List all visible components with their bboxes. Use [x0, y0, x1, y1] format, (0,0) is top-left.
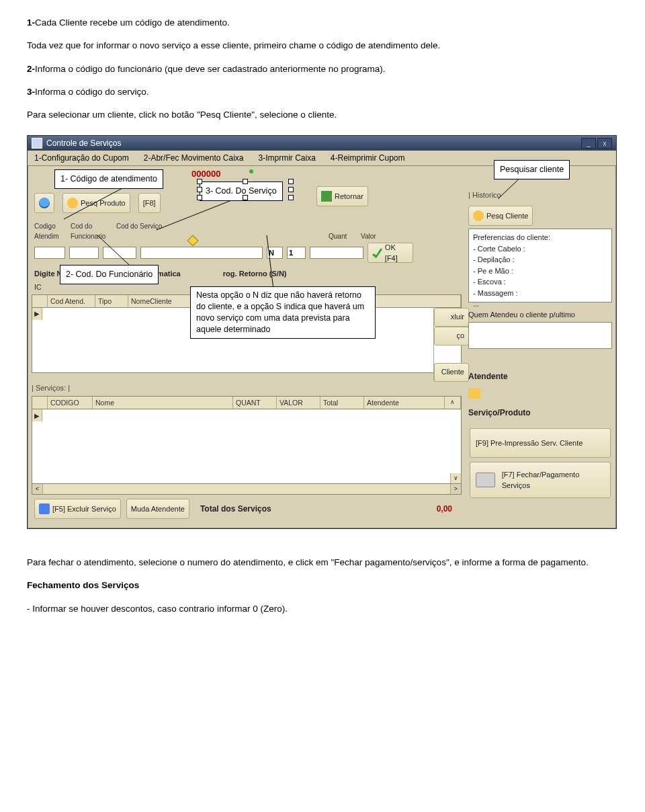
window-title: Controle de Serviços [46, 137, 121, 149]
cod-funcionario-input[interactable] [69, 247, 99, 259]
handle-icon [288, 195, 294, 200]
doc-p4: 3-Informa o código do serviço. [27, 85, 618, 99]
numero-display: 000000 [191, 167, 220, 181]
btn-label: [F9] Pre-Impressão Serv. Cliente [476, 438, 583, 449]
help-button[interactable] [34, 193, 54, 213]
toolbar-label: Retornar [335, 191, 363, 202]
col-label: Funcionario [71, 231, 111, 241]
menu-config[interactable]: 1-Configuração do Cupom [34, 152, 129, 164]
services-section-label: | Serviços: | [32, 382, 462, 394]
pref-item: - Massagem : [473, 288, 607, 299]
handle-icon [197, 179, 202, 184]
left-panel: 000000 Pesq Produto [F8] Retornar Codigo… [28, 166, 466, 528]
total-label: Total dos Serviços [200, 503, 271, 515]
pref-item: - Depilação : [473, 254, 607, 266]
cod-servico-input[interactable] [103, 247, 136, 259]
menu-reimprimir[interactable]: 4-Reimprimir Cupom [331, 152, 405, 164]
col-header: QUANT [233, 397, 277, 409]
col-label: Quant [329, 231, 355, 241]
handle-icon [288, 187, 294, 192]
preferencias-box: Preferencias do cliente: - Corte Cabelo … [468, 229, 612, 302]
btn-label: [F5] Excluir Serviço [52, 503, 116, 515]
search-icon [473, 210, 484, 221]
app-icon [32, 138, 42, 149]
screenshot-window: Controle de Serviços _ x 1-Configuração … [27, 135, 617, 529]
btn-label: Cliente [441, 366, 464, 378]
btn-label: xluir [451, 311, 464, 323]
retorno-sn-input[interactable] [267, 247, 283, 259]
col-label: Atendim [34, 231, 65, 241]
handle-icon [197, 187, 202, 192]
quem-atendeu-label: Quem Atendeu o cliente p/ultimo [468, 309, 612, 321]
servico-side-button[interactable]: ço [434, 327, 469, 346]
pesq-produto-button[interactable]: Pesq Produto [62, 193, 130, 213]
scroll-down-arrow[interactable]: ∨ [450, 473, 461, 483]
pref-item: - Escova : [473, 276, 607, 288]
pre-impressao-button[interactable]: [F9] Pre-Impressão Serv. Cliente [470, 428, 611, 458]
row-marker: ▶ [32, 308, 42, 320]
scroll-left-arrow[interactable]: < [32, 484, 43, 494]
col-header: Tipo [95, 295, 128, 307]
callout-pesq-cliente: Pesquisar cliente [494, 160, 570, 179]
menu-caixa[interactable]: 2-Abr/Fec Movimento Caixa [144, 152, 244, 164]
help-icon [39, 198, 50, 208]
toolbar-label: OK [F4] [385, 242, 408, 264]
retornar-button[interactable]: Retornar [316, 186, 368, 206]
ic-label: IC [34, 283, 42, 291]
callout-retorno: Nesta opção o N diz que não haverá retor… [190, 286, 376, 339]
excluir-side-button[interactable]: xluir [434, 308, 469, 327]
col-label: Cod do [71, 221, 111, 231]
scroll-horizontal[interactable]: < > [32, 484, 462, 495]
delete-icon [39, 503, 50, 514]
col-label: Valor [361, 231, 388, 241]
col-header: CODIGO [48, 397, 93, 409]
total-value: 0,00 [437, 503, 452, 515]
col-header: Cod Atend. [48, 295, 95, 307]
minimize-button[interactable]: _ [581, 138, 596, 149]
doc-p5: Para selecionar um cliente, click no bot… [27, 108, 618, 122]
f8-button[interactable]: [F8] [138, 193, 161, 213]
serv-grid-body[interactable]: ▶ ∨ [32, 409, 462, 484]
digite-label: Digite N [34, 270, 62, 278]
codigo-atend-input[interactable] [34, 247, 65, 259]
doc-p7: Fechamento dos Serviços [27, 579, 618, 592]
ok-button[interactable]: OK [F4] [368, 243, 413, 263]
col-header: Nome [93, 397, 233, 409]
atendente-title: Atendente [468, 370, 612, 382]
excluir-servico-button[interactable]: [F5] Excluir Serviço [34, 499, 121, 519]
pref-item: - Pe e Mão : [473, 266, 607, 277]
col-header: VALOR [277, 397, 320, 409]
close-button[interactable]: x [597, 138, 612, 149]
check-icon [372, 247, 382, 258]
menu-imprimir[interactable]: 3-Imprmir Caixa [258, 152, 315, 164]
callout-cod-atend: 1- Código de atendimento [54, 169, 163, 189]
btn-label: Pesq Cliente [486, 210, 528, 222]
doc-p1: 1-Cada Cliente recebe um código de atend… [27, 16, 618, 30]
handle-icon [243, 195, 248, 200]
row-marker: ▶ [32, 409, 42, 421]
serv-grid-header: CODIGO Nome QUANT VALOR Total Atendente … [32, 396, 462, 409]
doc-p2: Toda vez que for informar o novo serviço… [27, 39, 618, 52]
quant-input[interactable] [287, 247, 306, 259]
col-label: Codigo [34, 221, 65, 231]
pref-item: - Corte Cabelo : [473, 243, 607, 255]
valor-input[interactable] [310, 247, 363, 259]
servico-desc-input[interactable] [140, 247, 263, 259]
return-icon [321, 191, 332, 202]
handle-icon [197, 195, 202, 200]
scroll-right-arrow[interactable]: > [450, 484, 461, 494]
muda-atendente-button[interactable]: Muda Atendente [126, 499, 189, 519]
cliente-side-button[interactable]: Cliente [434, 363, 469, 382]
search-icon [67, 198, 78, 208]
doc-p6: Para fechar o atendimento, selecione o n… [27, 556, 618, 569]
titlebar: Controle de Serviços _ x [28, 136, 616, 151]
fechar-pagamento-button[interactable]: [F7] Fechar/Pagamento Serviços [470, 462, 611, 498]
handle-icon [288, 179, 294, 184]
prog-label: rog. Retorno (S/N) [223, 270, 287, 278]
pref-title: Preferencias do cliente: [473, 232, 607, 243]
right-panel: | Historico | Historico Pesq Cliente Pre… [466, 166, 616, 528]
quem-atendeu-box [468, 322, 612, 349]
pesq-cliente-button[interactable]: Pesq Cliente [468, 206, 533, 226]
col-header: Atendente [364, 397, 445, 409]
handle-icon [243, 179, 248, 184]
